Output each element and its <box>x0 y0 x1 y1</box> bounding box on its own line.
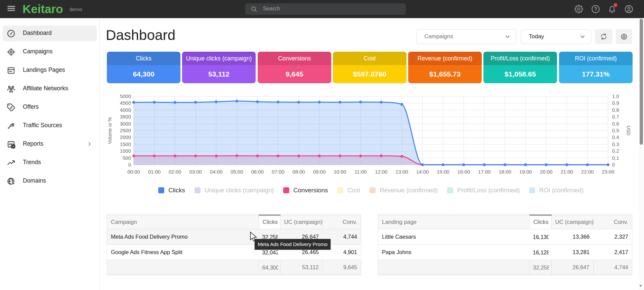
svg-text:08:00: 08:00 <box>292 169 305 175</box>
svg-text:500: 500 <box>123 155 131 161</box>
svg-text:03:00: 03:00 <box>189 169 202 175</box>
svg-text:14:00: 14:00 <box>416 169 429 175</box>
svg-text:0.3: 0.3 <box>612 141 619 147</box>
svg-text:2000: 2000 <box>120 134 131 140</box>
svg-text:19:00: 19:00 <box>519 169 532 175</box>
svg-text:0.1: 0.1 <box>612 155 619 161</box>
svg-text:21:00: 21:00 <box>560 169 573 175</box>
svg-text:20:00: 20:00 <box>540 169 553 175</box>
svg-text:0.4: 0.4 <box>612 134 619 140</box>
svg-text:4000: 4000 <box>120 107 131 113</box>
svg-text:3500: 3500 <box>120 114 131 119</box>
svg-text:1500: 1500 <box>120 141 131 147</box>
svg-text:4500: 4500 <box>120 100 131 106</box>
svg-text:13:00: 13:00 <box>395 169 408 175</box>
svg-text:0.9: 0.9 <box>612 100 619 106</box>
svg-text:23:00: 23:00 <box>602 169 614 175</box>
svg-text:18:00: 18:00 <box>499 169 511 175</box>
svg-text:05:00: 05:00 <box>230 169 243 175</box>
svg-text:12:00: 12:00 <box>375 169 388 175</box>
svg-text:09:00: 09:00 <box>313 169 326 175</box>
svg-text:11:00: 11:00 <box>354 169 367 175</box>
svg-text:3000: 3000 <box>120 121 131 127</box>
svg-text:15:00: 15:00 <box>437 169 449 175</box>
svg-text:1.0: 1.0 <box>612 93 619 99</box>
svg-text:00:00: 00:00 <box>127 169 140 175</box>
svg-text:0: 0 <box>128 162 131 167</box>
svg-text:0: 0 <box>612 162 615 167</box>
svg-text:07:00: 07:00 <box>272 169 285 175</box>
svg-text:10:00: 10:00 <box>334 169 346 175</box>
svg-text:0.5: 0.5 <box>612 128 619 133</box>
svg-text:0.6: 0.6 <box>612 121 619 127</box>
svg-text:02:00: 02:00 <box>169 169 181 175</box>
svg-text:0.7: 0.7 <box>612 114 619 119</box>
svg-text:01:00: 01:00 <box>148 169 161 175</box>
svg-text:2500: 2500 <box>120 128 131 133</box>
svg-text:0.2: 0.2 <box>612 148 619 154</box>
svg-text:17:00: 17:00 <box>478 169 491 175</box>
svg-text:5000: 5000 <box>120 93 131 99</box>
svg-text:1000: 1000 <box>120 148 131 154</box>
svg-text:06:00: 06:00 <box>251 169 264 175</box>
svg-text:22:00: 22:00 <box>581 169 594 175</box>
svg-text:USD: USD <box>626 126 631 136</box>
svg-text:0.8: 0.8 <box>612 107 619 113</box>
svg-text:04:00: 04:00 <box>210 169 223 175</box>
svg-text:16:00: 16:00 <box>458 169 470 175</box>
svg-text:Volume or %: Volume or % <box>107 117 113 144</box>
